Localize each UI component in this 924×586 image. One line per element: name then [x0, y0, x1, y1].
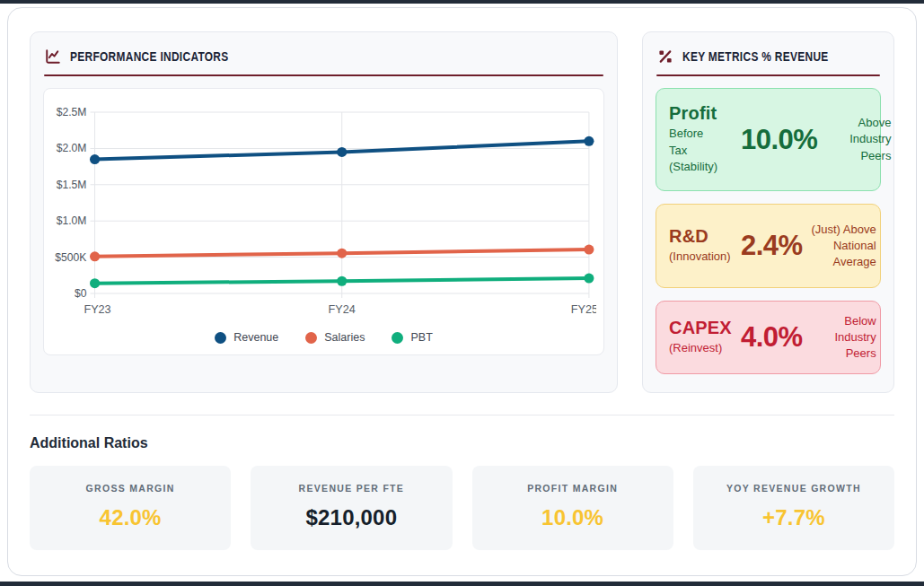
- legend-label: PBT: [410, 331, 432, 344]
- data-point-salaries-fy25: [584, 245, 594, 255]
- metric-card-capex: CAPEX (Reinvest) 4.0% Below Industry Pee…: [656, 301, 881, 374]
- metric-title: CAPEX: [669, 318, 741, 338]
- performance-panel-header: PERFORMANCE INDICATORS: [43, 44, 604, 74]
- data-point-salaries-fy24: [337, 249, 347, 258]
- key-metrics-panel-title: KEY METRICS % REVENUE: [682, 49, 829, 64]
- y-axis-tick-label: $2.5M: [57, 106, 87, 118]
- legend-label: Salaries: [324, 331, 365, 344]
- additional-ratios-row: GROSS MARGIN 42.0% REVENUE PER FTE $210,…: [30, 466, 894, 550]
- header-accent-rule: [44, 74, 603, 76]
- ratio-value: $210,000: [258, 505, 444, 530]
- metric-value: 4.0%: [741, 321, 803, 354]
- performance-panel-title: PERFORMANCE INDICATORS: [70, 49, 229, 64]
- additional-ratios-heading: Additional Ratios: [30, 435, 894, 451]
- ratio-label: REVENUE PER FTE: [258, 483, 444, 494]
- ratio-value: 42.0%: [37, 505, 224, 530]
- header-accent-rule: [656, 74, 880, 76]
- performance-indicators-panel: PERFORMANCE INDICATORS $0$500K$1.0M$1.5M…: [30, 31, 618, 393]
- legend-dot: [215, 332, 226, 344]
- ratio-card-profit-margin: PROFIT MARGIN 10.0%: [472, 466, 673, 550]
- data-point-pbt-fy25: [584, 274, 594, 284]
- metric-title: R&D: [669, 226, 741, 247]
- metric-value: 2.4%: [741, 230, 803, 262]
- data-point-salaries-fy23: [90, 251, 100, 261]
- legend-label: Revenue: [233, 331, 278, 344]
- chart-line-icon: [45, 48, 61, 65]
- ratio-label: YOY REVENUE GROWTH: [700, 483, 887, 494]
- y-axis-tick-label: $2.0M: [57, 142, 87, 154]
- ratio-value: 10.0%: [480, 505, 666, 530]
- data-point-revenue-fy23: [90, 154, 100, 164]
- metric-value: 10.0%: [741, 124, 817, 156]
- ratio-label: PROFIT MARGIN: [480, 483, 666, 494]
- performance-line-chart: $0$500K$1.0M$1.5M$2.0M$2.5MFY23FY24FY25: [51, 100, 596, 324]
- ratio-label: GROSS MARGIN: [37, 483, 224, 494]
- chart-legend: RevenueSalariesPBT: [51, 331, 596, 344]
- data-point-revenue-fy24: [337, 147, 347, 157]
- ratio-card-gross-margin: GROSS MARGIN 42.0%: [30, 466, 231, 550]
- metric-note: Above Industry Peers: [817, 115, 891, 164]
- metric-subtitle: (Innovation): [669, 249, 716, 266]
- metric-title: Profit: [669, 103, 741, 124]
- metric-card-profit-before-tax: Profit Before Tax (Stability) 10.0% Abov…: [656, 88, 881, 191]
- y-axis-tick-label: $1.5M: [57, 179, 87, 191]
- ratio-card-revenue-per-fte: REVENUE PER FTE $210,000: [251, 466, 452, 550]
- legend-item-revenue: Revenue: [215, 331, 278, 344]
- data-point-pbt-fy24: [337, 276, 347, 286]
- section-divider: [30, 415, 894, 415]
- top-edge-strip: [0, 0, 924, 4]
- legend-item-salaries: Salaries: [305, 331, 365, 344]
- metric-note: (Just) Above National Average: [803, 222, 876, 271]
- legend-dot: [392, 332, 403, 344]
- metric-card-rnd: R&D (Innovation) 2.4% (Just) Above Natio…: [656, 204, 881, 288]
- bottom-edge-strip: [0, 582, 924, 586]
- performance-chart-card: $0$500K$1.0M$1.5M$2.0M$2.5MFY23FY24FY25 …: [43, 88, 604, 355]
- metric-note: Below Industry Peers: [803, 313, 876, 363]
- x-axis-tick-label: FY23: [84, 303, 110, 316]
- ratio-value: +7.7%: [700, 505, 887, 530]
- x-axis-tick-label: FY24: [329, 303, 356, 316]
- data-point-revenue-fy25: [584, 136, 594, 146]
- ratio-card-yoy-revenue-growth: YOY REVENUE GROWTH +7.7%: [693, 466, 894, 550]
- metric-subtitle: Before Tax (Stability): [669, 126, 716, 177]
- x-axis-tick-label: FY25: [571, 303, 596, 316]
- y-axis-tick-label: $1.0M: [57, 214, 87, 227]
- key-metrics-panel-header: KEY METRICS % REVENUE: [656, 44, 881, 74]
- metric-subtitle: (Reinvest): [669, 340, 716, 357]
- y-axis-tick-label: $0: [75, 287, 87, 300]
- data-point-pbt-fy23: [90, 278, 100, 288]
- legend-item-pbt: PBT: [392, 331, 432, 344]
- y-axis-tick-label: $500K: [55, 251, 86, 264]
- legend-dot: [305, 332, 317, 344]
- percent-icon: [657, 48, 673, 65]
- key-metrics-panel: KEY METRICS % REVENUE Profit Before Tax …: [642, 31, 894, 393]
- dashboard-container: PERFORMANCE INDICATORS $0$500K$1.0M$1.5M…: [7, 7, 917, 576]
